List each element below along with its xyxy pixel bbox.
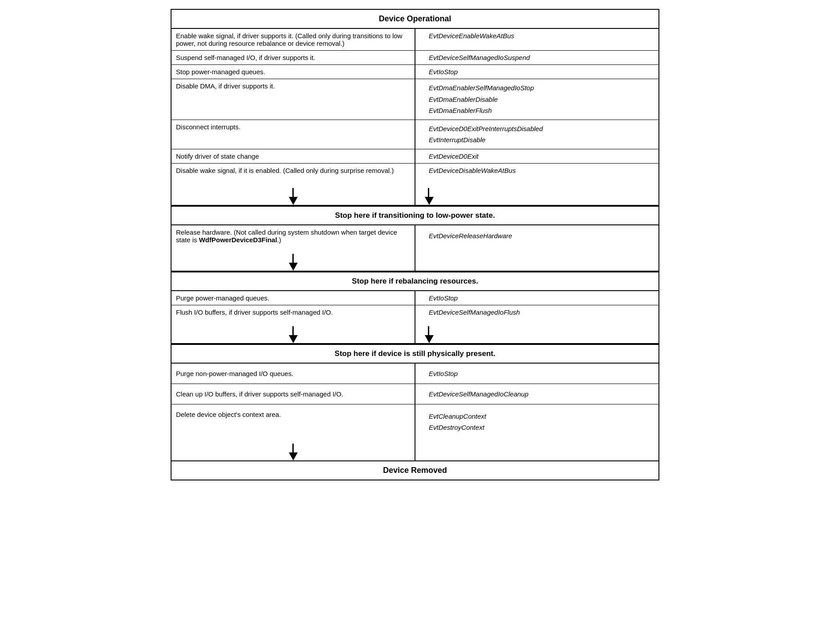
left-text: Suspend self-managed I/O, if driver supp… bbox=[176, 54, 315, 61]
left-cell: Purge power-managed queues. bbox=[172, 291, 415, 305]
arrow-line bbox=[292, 254, 294, 263]
right-cell: EvtDeviceD0Exit bbox=[415, 149, 658, 163]
right-cell: EvtDeviceSelfManagedIoFlush bbox=[415, 305, 658, 319]
arrow-row bbox=[172, 436, 658, 452]
table-row: Release hardware. (Not called during sys… bbox=[172, 225, 658, 247]
table-row: Suspend self-managed I/O, if driver supp… bbox=[172, 51, 658, 65]
stop-header-rebalancing: Stop here if rebalancing resources. bbox=[172, 272, 658, 291]
table-row: Disconnect interrupts. EvtDeviceD0ExitPr… bbox=[172, 120, 658, 149]
right-text: EvtIoStop bbox=[429, 68, 458, 76]
left-cell: Disable wake signal, if it is enabled. (… bbox=[172, 163, 415, 181]
left-cell: Delete device object's context area. bbox=[172, 404, 415, 436]
section3-table: Purge power-managed queues. EvtIoStop Fl… bbox=[172, 291, 658, 344]
section2-table: Release hardware. (Not called during sys… bbox=[172, 225, 658, 272]
multi-event-text: EvtDeviceD0ExitPreInterruptsDisabled Evt… bbox=[429, 123, 654, 146]
right-arrow-cell bbox=[415, 181, 658, 197]
left-cell: Purge non-power-managed I/O queues. bbox=[172, 364, 415, 384]
left-cell: Disconnect interrupts. bbox=[172, 120, 415, 149]
right-text: EvtDeviceDisableWakeAtBus bbox=[429, 167, 516, 174]
right-arrowtip-cell bbox=[415, 197, 658, 205]
arrow-triangle-icon bbox=[289, 263, 298, 271]
right-text: EvtDeviceD0Exit bbox=[429, 152, 479, 160]
arrow-line bbox=[292, 188, 294, 197]
right-cell: EvtDmaEnablerSelfManagedIoStop EvtDmaEna… bbox=[415, 79, 658, 120]
bold-term: WdfPowerDeviceD3Final bbox=[199, 236, 277, 244]
arrow-line-right bbox=[428, 188, 429, 197]
arrow-triangle-icon bbox=[289, 197, 298, 205]
left-text: Delete device object's context area. bbox=[176, 411, 281, 418]
arrow-tip-container bbox=[172, 197, 415, 205]
right-text: EvtIoStop bbox=[429, 370, 458, 377]
arrow-tip-container bbox=[172, 335, 415, 343]
left-arrowtip-cell bbox=[172, 197, 415, 205]
table-row: Disable wake signal, if it is enabled. (… bbox=[172, 163, 658, 181]
arrow-container bbox=[172, 181, 415, 197]
right-cell: EvtDeviceEnableWakeAtBus bbox=[415, 29, 658, 51]
table-row: Purge non-power-managed I/O queues. EvtI… bbox=[172, 364, 658, 384]
table-row: Stop power-managed queues. EvtIoStop bbox=[172, 65, 658, 79]
left-cell: Stop power-managed queues. bbox=[172, 65, 415, 79]
main-container: Device Operational Enable wake signal, i… bbox=[171, 9, 659, 480]
stop-header-physically-present: Stop here if device is still physically … bbox=[172, 344, 658, 364]
left-arrowtip-cell bbox=[172, 263, 415, 271]
right-text: EvtDeviceSelfManagedIoCleanup bbox=[429, 390, 528, 398]
section1-table: Enable wake signal, if driver supports i… bbox=[172, 29, 658, 206]
arrow-container bbox=[172, 436, 415, 452]
left-arrowtip-cell bbox=[172, 452, 415, 460]
table-row: Enable wake signal, if driver supports i… bbox=[172, 29, 658, 51]
left-arrow-cell bbox=[172, 247, 415, 263]
left-text: Enable wake signal, if driver supports i… bbox=[176, 32, 402, 47]
arrow-container bbox=[172, 319, 415, 335]
table-row: Delete device object's context area. Evt… bbox=[172, 404, 658, 436]
left-cell: Enable wake signal, if driver supports i… bbox=[172, 29, 415, 51]
left-cell: Suspend self-managed I/O, if driver supp… bbox=[172, 51, 415, 65]
table-row: Flush I/O buffers, if driver supports se… bbox=[172, 305, 658, 319]
right-cell: EvtDeviceDisableWakeAtBus bbox=[415, 163, 658, 181]
right-arrowtip-cell bbox=[415, 335, 658, 344]
table-row: Purge power-managed queues. EvtIoStop bbox=[172, 291, 658, 305]
right-cell: EvtIoStop bbox=[415, 291, 658, 305]
left-text: Disable wake signal, if it is enabled. (… bbox=[176, 167, 394, 174]
right-cell: EvtDeviceReleaseHardware bbox=[415, 225, 658, 247]
right-arrow-cell bbox=[415, 319, 658, 335]
arrow-triangle-icon bbox=[425, 335, 434, 343]
arrow-tip-container-right bbox=[415, 197, 658, 205]
right-arrow-cell bbox=[415, 436, 658, 452]
arrow-tip-row bbox=[172, 335, 658, 344]
arrow-row bbox=[172, 181, 658, 197]
left-cell: Clean up I/O buffers, if driver supports… bbox=[172, 384, 415, 404]
right-arrowtip-cell bbox=[415, 263, 658, 271]
arrow-container-right bbox=[415, 181, 658, 197]
section4-table: Purge non-power-managed I/O queues. EvtI… bbox=[172, 364, 658, 460]
right-cell: EvtDeviceSelfManagedIoSuspend bbox=[415, 51, 658, 65]
left-text: Stop power-managed queues. bbox=[176, 68, 265, 76]
right-text: EvtDeviceSelfManagedIoSuspend bbox=[429, 54, 530, 61]
left-text: Flush I/O buffers, if driver supports se… bbox=[176, 308, 333, 316]
left-text: Purge non-power-managed I/O queues. bbox=[176, 370, 293, 377]
right-text: EvtIoStop bbox=[429, 294, 458, 302]
left-arrow-cell bbox=[172, 436, 415, 452]
page-footer: Device Removed bbox=[172, 460, 658, 480]
left-cell: Flush I/O buffers, if driver supports se… bbox=[172, 305, 415, 319]
left-text: Disconnect interrupts. bbox=[176, 123, 240, 131]
arrow-triangle-icon bbox=[425, 197, 434, 205]
arrow-tip-container bbox=[172, 263, 415, 271]
arrow-tip-container-right bbox=[415, 335, 658, 343]
right-cell: EvtDeviceD0ExitPreInterruptsDisabled Evt… bbox=[415, 120, 658, 149]
right-cell: EvtIoStop bbox=[415, 364, 658, 384]
right-with-arrow: EvtDeviceDisableWakeAtBus bbox=[429, 167, 654, 178]
right-text: EvtDeviceSelfManagedIoFlush bbox=[429, 308, 520, 316]
arrow-tip-container bbox=[172, 452, 415, 460]
arrow-container-right bbox=[415, 319, 658, 335]
left-cell: Release hardware. (Not called during sys… bbox=[172, 225, 415, 247]
arrow-tip-row bbox=[172, 452, 658, 460]
multi-event-text: EvtCleanupContext EvtDestroyContext bbox=[429, 411, 654, 433]
right-text: EvtDeviceReleaseHardware bbox=[429, 232, 512, 240]
table-row: Notify driver of state change EvtDeviceD… bbox=[172, 149, 658, 163]
right-arrowtip-cell bbox=[415, 452, 658, 460]
left-arrow-cell bbox=[172, 181, 415, 197]
arrow-tip-row bbox=[172, 197, 658, 205]
arrow-row bbox=[172, 319, 658, 335]
table-row: Disable DMA, if driver supports it. EvtD… bbox=[172, 79, 658, 120]
multi-event-text: EvtDmaEnablerSelfManagedIoStop EvtDmaEna… bbox=[429, 82, 654, 116]
